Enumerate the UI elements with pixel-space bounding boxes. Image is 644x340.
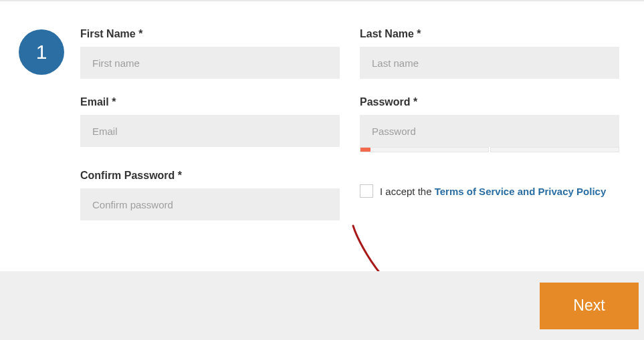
password-strength-meter xyxy=(360,147,619,152)
email-label: Email * xyxy=(80,96,340,108)
confirm-password-field-group: Confirm Password * xyxy=(80,170,340,220)
first-name-field-group: First Name * xyxy=(80,28,340,79)
step-number: 1 xyxy=(36,41,47,63)
password-input[interactable] xyxy=(360,115,619,147)
password-field-group: Password * xyxy=(360,96,619,152)
last-name-field-group: Last Name * xyxy=(360,28,619,79)
form-footer: Next xyxy=(0,271,644,340)
terms-checkbox[interactable] xyxy=(360,184,373,198)
terms-row: I accept the Terms of Service and Privac… xyxy=(360,184,619,198)
step-number-badge: 1 xyxy=(19,29,64,75)
password-strength-segment xyxy=(490,147,619,152)
next-button-label: Next xyxy=(573,297,605,314)
confirm-password-label: Confirm Password * xyxy=(80,170,340,182)
next-button[interactable]: Next xyxy=(540,283,639,329)
first-name-label: First Name * xyxy=(80,28,340,40)
registration-form-step: 1 First Name * Last Name * Email * Passw… xyxy=(0,1,644,236)
terms-field-group: I accept the Terms of Service and Privac… xyxy=(360,170,619,220)
password-strength-segment xyxy=(360,147,489,152)
terms-prefix: I accept the xyxy=(380,186,435,197)
last-name-label: Last Name * xyxy=(360,28,619,40)
terms-link[interactable]: Terms of Service and Privacy Policy xyxy=(435,186,607,197)
first-name-input[interactable] xyxy=(80,47,340,79)
form-fields: First Name * Last Name * Email * Passwor… xyxy=(80,28,625,220)
email-field-group: Email * xyxy=(80,96,340,152)
password-strength-fill xyxy=(360,148,370,152)
last-name-input[interactable] xyxy=(360,47,619,79)
confirm-password-input[interactable] xyxy=(80,188,340,220)
terms-text: I accept the Terms of Service and Privac… xyxy=(380,186,606,197)
password-label: Password * xyxy=(360,96,619,108)
email-input[interactable] xyxy=(80,115,340,147)
